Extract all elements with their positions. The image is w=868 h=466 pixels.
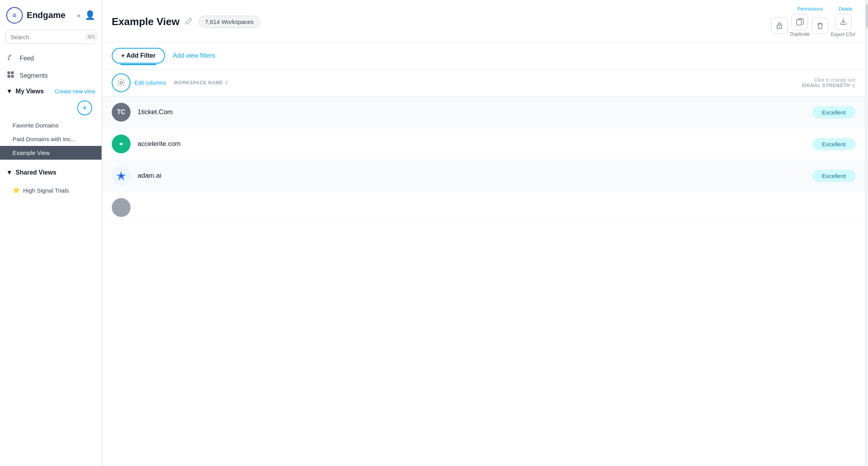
shared-views-section-header: ▼ Shared Views [0,165,102,183]
svg-rect-3 [7,75,10,78]
create-new-view-button[interactable]: Create new view [55,88,96,95]
svg-point-10 [120,143,122,145]
shared-views-arrow: ▼ [6,169,13,176]
table-row[interactable]: adam.ai Excellent [102,160,865,192]
svg-rect-1 [7,71,10,74]
svg-rect-2 [11,71,14,74]
svg-point-8 [120,82,122,84]
signal-badge: Excellent [812,170,855,182]
sidebar-header: ≡ Endgame « 👤 [0,0,102,28]
export-icon-group: Export CSV [831,13,855,37]
duplicate-label: Duplicate [790,31,810,37]
svg-point-6 [779,26,780,27]
my-views-label: My Views [16,88,44,95]
workspace-name: accelerite.com [131,140,812,148]
sidebar-item-segments[interactable]: Segments [0,67,102,84]
shared-views-title[interactable]: ▼ Shared Views [6,169,56,176]
svg-point-12 [120,175,122,177]
col-signal-strength: Click to change sort SIGNAL STRENGTH ▽ [769,77,855,88]
signal-col-header[interactable]: SIGNAL STRENGTH ▽ [769,83,855,88]
export-csv-label: Export CSV [831,32,855,37]
workspace-sort-icon: ▽ [225,81,229,85]
feed-label: Feed [20,55,34,62]
avatar: TC [112,103,131,122]
edit-columns-button[interactable] [112,73,131,92]
search-box[interactable]: ⌘K [5,30,96,44]
svg-rect-4 [11,75,14,78]
delete-button[interactable] [812,17,828,34]
new-view-circle-button[interactable]: + [77,100,92,115]
my-views-section-header: ▼ My Views Create new view [0,84,102,99]
segments-label: Segments [20,72,48,79]
export-csv-button[interactable] [835,13,852,30]
search-input[interactable] [11,34,85,40]
table-body: TC 1ticket.Com Excellent accelerite.com … [102,96,865,466]
add-view-filters-link[interactable]: Add view filters [173,52,215,59]
click-to-sort-label: Click to change sort [769,77,855,83]
high-signal-trials-label: High Signal Trials [23,187,69,194]
table-row[interactable]: accelerite.com Excellent [102,128,865,160]
avatar [112,135,131,153]
sidebar-item-paid-domains[interactable]: Paid Domains with Inc... [0,132,102,146]
signal-badge: Excellent [812,106,855,118]
my-views-arrow: ▼ [6,88,13,95]
user-avatar-icon[interactable]: 👤 [85,10,95,20]
filter-bar: + Add Filter Add view filters [102,42,865,69]
scrollbar-thumb[interactable] [866,4,868,27]
sidebar-item-high-signal-trials[interactable]: ⭐ High Signal Trials [0,183,102,197]
sidebar-item-feed[interactable]: Feed [0,49,102,67]
logo-area: ≡ Endgame [6,7,65,24]
workspace-name: adam.ai [131,172,812,180]
table-row[interactable] [102,192,865,224]
main-title-area: Example View 7,614 Workspaces [112,16,260,28]
my-views-title[interactable]: ▼ My Views [6,88,44,95]
delete-label: Delete [839,6,852,12]
permissions-delete-row: Permissions Delete [797,6,855,12]
segments-icon [6,71,15,80]
workspace-name: 1ticket.Com [131,108,812,116]
scrollbar-track[interactable] [865,0,868,466]
col-workspace-name: WORKSPACE NAME ▽ [166,80,769,86]
add-filter-button[interactable]: + Add Filter [112,48,165,64]
table-row[interactable]: TC 1ticket.Com Excellent [102,96,865,128]
icon-buttons-row: Duplicate [771,13,855,37]
workspace-col-header[interactable]: WORKSPACE NAME ▽ [174,80,769,86]
logo-icon: ≡ [6,7,23,24]
feed-icon [6,53,15,63]
avatar [112,166,131,185]
high-signal-trials-emoji: ⭐ [13,187,20,194]
permissions-label: Permissions [797,6,823,12]
duplicate-button[interactable] [792,14,808,30]
main-header: Example View 7,614 Workspaces Permission… [102,0,865,42]
app-title: Endgame [27,10,65,20]
main-header-right: Permissions Delete [771,6,855,37]
shared-views-label: Shared Views [16,169,56,176]
sidebar-header-actions: « 👤 [77,10,95,20]
search-shortcut: ⌘K [85,33,98,40]
signal-sort-icon: ▽ [852,84,855,88]
sidebar-item-example-view[interactable]: Example View [0,146,102,160]
duplicate-icon-group: Duplicate [790,14,810,37]
collapse-icon[interactable]: « [77,11,81,20]
sidebar-item-favorite-domains[interactable]: Favorite Domains [0,118,102,132]
avatar [112,198,131,217]
main-title: Example View [112,16,180,28]
edit-columns-label[interactable]: Edit columns [134,80,166,86]
edit-title-icon[interactable] [185,17,193,27]
sidebar: ≡ Endgame « 👤 ⌘K Feed [0,0,102,466]
lock-button[interactable] [771,17,788,34]
main-content: Example View 7,614 Workspaces Permission… [102,0,865,466]
table-header: Edit columns WORKSPACE NAME ▽ Click to c… [102,69,865,96]
svg-rect-7 [797,20,801,25]
workspace-count-badge: 7,614 Workspaces [198,16,260,28]
lock-icon-group [771,17,788,34]
edit-columns-area: Edit columns [112,73,166,92]
trash-icon-group [812,17,828,34]
signal-badge: Excellent [812,138,855,150]
